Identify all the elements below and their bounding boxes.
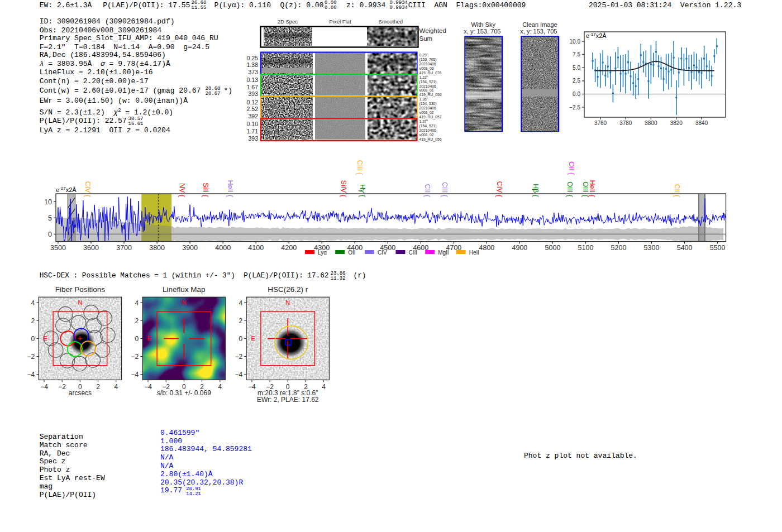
svg-text:4: 4 bbox=[31, 299, 35, 307]
svg-text:−4: −4 bbox=[248, 383, 256, 391]
svg-text:E: E bbox=[44, 335, 47, 342]
svg-text:N: N bbox=[285, 299, 290, 306]
svg-text:4: 4 bbox=[322, 383, 326, 391]
svg-text:E: E bbox=[251, 335, 255, 342]
svg-text:−4: −4 bbox=[27, 371, 35, 378]
svg-text:−2: −2 bbox=[131, 353, 139, 361]
svg-text:−2: −2 bbox=[27, 353, 35, 361]
svg-text:−4: −4 bbox=[144, 383, 152, 391]
svg-text:2: 2 bbox=[135, 317, 139, 325]
svg-text:4: 4 bbox=[114, 383, 118, 391]
svg-text:−4: −4 bbox=[40, 383, 48, 391]
svg-text:N: N bbox=[78, 299, 82, 306]
svg-text:−2: −2 bbox=[235, 353, 242, 361]
svg-text:0: 0 bbox=[239, 335, 242, 343]
svg-text:N: N bbox=[182, 299, 186, 306]
svg-text:0: 0 bbox=[135, 335, 139, 343]
svg-text:−4: −4 bbox=[235, 371, 242, 378]
svg-text:E: E bbox=[147, 335, 151, 342]
svg-text:−2: −2 bbox=[58, 383, 66, 391]
svg-text:2: 2 bbox=[239, 317, 242, 325]
svg-text:4: 4 bbox=[135, 299, 139, 307]
svg-text:−4: −4 bbox=[131, 371, 139, 378]
svg-text:2: 2 bbox=[31, 317, 35, 325]
svg-text:2: 2 bbox=[96, 383, 100, 391]
svg-text:4: 4 bbox=[218, 383, 222, 391]
svg-text:4: 4 bbox=[239, 299, 242, 307]
svg-text:0: 0 bbox=[31, 335, 35, 343]
